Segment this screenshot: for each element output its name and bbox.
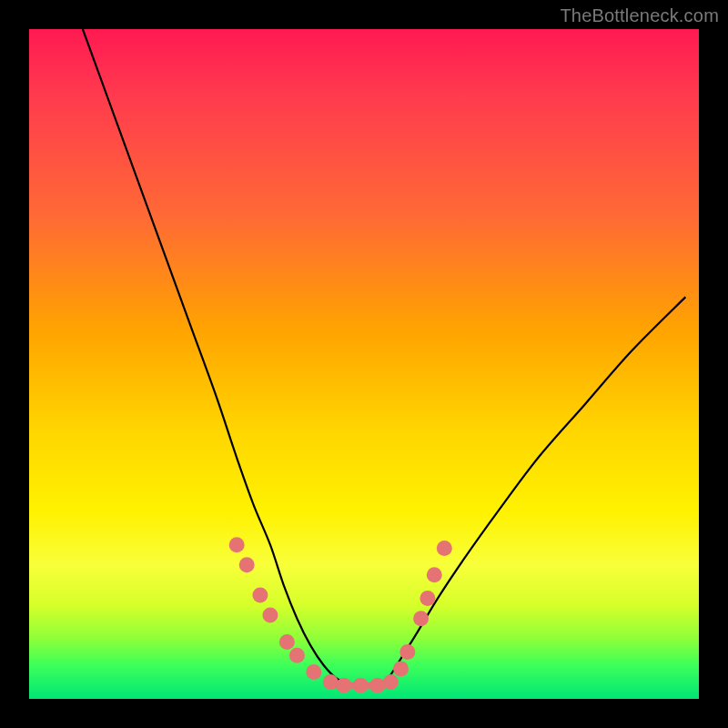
curve-marker <box>369 678 385 693</box>
watermark-text: TheBottleneck.com <box>560 5 719 26</box>
curve-markers <box>229 537 452 693</box>
curve-svg <box>29 29 699 699</box>
curve-marker <box>323 674 339 690</box>
curve-marker <box>393 661 409 676</box>
plot-area <box>29 29 699 699</box>
chart-container: TheBottleneck.com <box>0 0 728 728</box>
curve-marker <box>336 678 351 693</box>
curve-marker <box>239 557 255 572</box>
curve-marker <box>413 611 429 626</box>
curve-marker <box>427 567 442 582</box>
curve-marker <box>420 591 435 606</box>
curve-marker <box>229 537 245 552</box>
curve-marker <box>279 634 295 650</box>
curve-marker <box>383 674 399 690</box>
curve-marker <box>437 541 452 556</box>
curve-marker <box>289 648 305 663</box>
curve-marker <box>399 644 415 660</box>
curve-marker <box>262 608 278 623</box>
curve-marker <box>252 587 268 602</box>
curve-marker <box>306 664 321 680</box>
curve-marker <box>353 678 369 693</box>
bottleneck-curve <box>83 29 685 686</box>
